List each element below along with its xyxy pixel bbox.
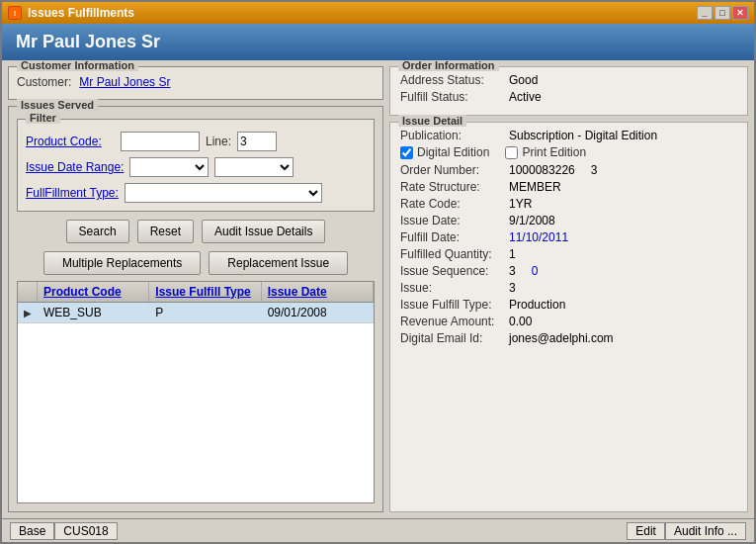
- digital-edition-text: Digital Edition: [417, 145, 489, 159]
- issue-label: Issue:: [400, 281, 509, 295]
- order-info-group-title: Order Information: [398, 60, 499, 71]
- audit-info-button[interactable]: Audit Info ...: [665, 522, 746, 540]
- line-label: Line:: [206, 135, 231, 148]
- issues-served-title: Issues Served: [17, 99, 98, 111]
- issue-value: 3: [509, 281, 516, 295]
- window-title: Issues Fulfillments: [28, 6, 691, 20]
- fulfillment-type-label: FullFillment Type:: [26, 186, 119, 200]
- fulfill-date-label: Fulfill Date:: [400, 230, 509, 244]
- order-number-label: Order Number:: [400, 163, 509, 177]
- issue-detail-group: Issue Detail Publication: Subscription -…: [389, 122, 748, 512]
- rate-code-row: Rate Code: 1YR: [400, 197, 737, 211]
- digital-email-id-row: Digital Email Id: jones@adelphi.com: [400, 331, 737, 345]
- issue-date-from-select[interactable]: [129, 157, 209, 177]
- edit-button[interactable]: Edit: [627, 522, 665, 540]
- col-product-code[interactable]: Product Code: [38, 282, 149, 302]
- row-issue-date: 09/01/2008: [262, 303, 374, 322]
- product-code-label[interactable]: Product Code:: [26, 135, 115, 148]
- publication-row: Publication: Subscription - Digital Edit…: [400, 129, 737, 142]
- publication-label: Publication:: [400, 129, 509, 142]
- fulfill-date-row: Fulfill Date: 11/10/2011: [400, 230, 737, 244]
- rate-structure-value: MEMBER: [509, 180, 561, 194]
- issues-table: Product Code Issue Fulfill Type Issue Da…: [17, 281, 375, 503]
- digital-edition-checkbox[interactable]: [400, 146, 413, 159]
- status-bar: Base CUS018 Edit Audit Info ...: [2, 518, 754, 542]
- fulfill-date-value: 11/10/2011: [509, 230, 568, 244]
- issue-row: Issue: 3: [400, 281, 737, 295]
- fulfillment-type-select[interactable]: [125, 183, 322, 203]
- issue-detail-group-title: Issue Detail: [398, 115, 466, 127]
- issues-served-group: Issues Served Filter Product Code: Line:…: [8, 106, 383, 512]
- issue-date-range-row: Issue Date Range:: [26, 157, 366, 177]
- rate-code-label: Rate Code:: [400, 197, 509, 211]
- title-bar: ! Issues Fulfillments _ □ ✕: [2, 2, 754, 24]
- close-button[interactable]: ✕: [732, 6, 748, 20]
- issue-fulfill-type-row: Issue Fulfill Type: Production: [400, 298, 737, 312]
- row-issue-fulfill-type: P: [149, 303, 261, 322]
- revenue-amount-value: 0.00: [509, 315, 532, 328]
- issue-fulfill-type-label: Issue Fulfill Type:: [400, 298, 509, 312]
- fulfilled-quantity-label: Fulfilled Quantity:: [400, 247, 509, 261]
- row-product-code: WEB_SUB: [38, 303, 149, 322]
- address-status-row: Address Status: Good: [400, 73, 737, 87]
- issue-date-value: 9/1/2008: [509, 214, 555, 227]
- product-code-input[interactable]: [121, 132, 200, 151]
- col-arrow: [18, 282, 38, 302]
- fulfilled-quantity-row: Fulfilled Quantity: 1: [400, 247, 737, 261]
- window-icon: !: [8, 6, 22, 20]
- line-input[interactable]: [237, 132, 277, 151]
- customer-info-title: Customer Information: [17, 60, 138, 71]
- fulfilled-quantity-value: 1: [509, 247, 516, 261]
- order-info-group: Order Information Address Status: Good F…: [389, 66, 748, 116]
- rate-code-value: 1YR: [509, 197, 532, 211]
- col-issue-date[interactable]: Issue Date: [262, 282, 374, 302]
- left-panel: Customer Information Customer: Mr Paul J…: [8, 66, 383, 512]
- customer-info-group: Customer Information Customer: Mr Paul J…: [8, 66, 383, 100]
- main-window: ! Issues Fulfillments _ □ ✕ Mr Paul Jone…: [0, 0, 756, 544]
- search-button[interactable]: Search: [66, 220, 129, 243]
- btn-row-2: Multiple Replacements Replacement Issue: [17, 251, 375, 275]
- btn-row-1: Search Reset Audit Issue Details: [17, 220, 375, 243]
- address-status-value: Good: [509, 73, 538, 87]
- issue-sequence-label: Issue Sequence:: [400, 264, 509, 278]
- col-issue-fulfill-type[interactable]: Issue Fulfill Type: [149, 282, 261, 302]
- base-value: CUS018: [54, 522, 117, 540]
- revenue-amount-label: Revenue Amount:: [400, 315, 509, 328]
- issue-sequence-value2: 0: [532, 264, 539, 278]
- rate-structure-label: Rate Structure:: [400, 180, 509, 194]
- rate-structure-row: Rate Structure: MEMBER: [400, 180, 737, 194]
- print-edition-label: Print Edition: [505, 145, 586, 159]
- print-edition-text: Print Edition: [522, 145, 586, 159]
- order-number-value2: 3: [591, 163, 598, 177]
- customer-row: Customer: Mr Paul Jones Sr: [17, 71, 375, 93]
- fulfill-status-value: Active: [509, 90, 542, 104]
- header-bar: Mr Paul Jones Sr: [2, 24, 754, 60]
- issue-sequence-value: 3: [509, 264, 516, 278]
- filter-group: Filter Product Code: Line: Issue Date Ra…: [17, 119, 375, 212]
- fulfill-status-label: Fulfill Status:: [400, 90, 509, 104]
- filter-title: Filter: [26, 112, 60, 124]
- fulfillment-type-row: FullFillment Type:: [26, 183, 366, 203]
- replacement-issue-button[interactable]: Replacement Issue: [209, 251, 348, 275]
- customer-label: Customer:: [17, 75, 71, 89]
- base-label: Base: [10, 522, 54, 540]
- address-status-label: Address Status:: [400, 73, 509, 87]
- reset-button[interactable]: Reset: [137, 220, 194, 243]
- maximize-button[interactable]: □: [714, 6, 730, 20]
- print-edition-checkbox[interactable]: [505, 146, 518, 159]
- audit-issue-details-button[interactable]: Audit Issue Details: [202, 220, 325, 243]
- main-content: Customer Information Customer: Mr Paul J…: [2, 60, 754, 518]
- minimize-button[interactable]: _: [697, 6, 713, 20]
- table-row[interactable]: ▶ WEB_SUB P 09/01/2008: [18, 303, 374, 323]
- multiple-replacements-button[interactable]: Multiple Replacements: [43, 251, 201, 275]
- issue-sequence-row: Issue Sequence: 3 0: [400, 264, 737, 278]
- revenue-amount-row: Revenue Amount: 0.00: [400, 315, 737, 328]
- header-customer-name: Mr Paul Jones Sr: [16, 32, 160, 51]
- window-controls: _ □ ✕: [697, 6, 748, 20]
- customer-link[interactable]: Mr Paul Jones Sr: [79, 75, 170, 89]
- publication-value: Subscription - Digital Edition: [509, 129, 657, 142]
- issue-date-range-label: Issue Date Range:: [26, 160, 124, 174]
- order-number-row: Order Number: 1000083226 3: [400, 163, 737, 177]
- issue-date-to-select[interactable]: [214, 157, 294, 177]
- issue-fulfill-type-value: Production: [509, 298, 565, 312]
